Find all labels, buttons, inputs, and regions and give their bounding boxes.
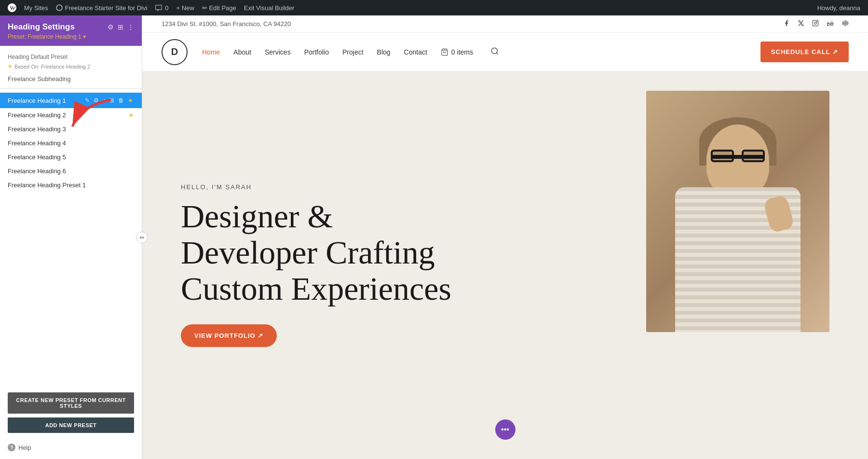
panel-header: Heading Settings Preset: Freelance Headi… (0, 15, 142, 46)
preset-item-6-name: Freelance Heading 6 (8, 167, 134, 175)
hero-image (646, 91, 829, 332)
cart-count: 0 items (451, 48, 473, 56)
based-on-text: Based On: Freelance Heading 2 (14, 64, 90, 70)
site-address: 1234 Divi St. #1000, San Francisco, CA 9… (162, 20, 291, 28)
nav-cart[interactable]: 0 items (441, 48, 473, 56)
nav-blog[interactable]: Blog (377, 48, 391, 56)
hero-subtitle: HELLO, I'M SARAH (181, 183, 470, 191)
search-icon[interactable] (490, 47, 499, 57)
schedule-call-button[interactable]: SCHEDULE CALL ↗ (760, 42, 849, 62)
preset-item-4[interactable]: Freelance Heading 4 (0, 136, 142, 150)
behance-icon[interactable] (827, 20, 834, 28)
nav-portfolio[interactable]: Portfolio (304, 48, 329, 56)
default-preset-label: Heading Default Preset (0, 50, 142, 62)
left-panel: Heading Settings Preset: Freelance Headi… (0, 15, 142, 459)
svg-point-14 (491, 48, 497, 54)
site-name-item[interactable]: Freelance Starter Site for Divi (52, 0, 151, 15)
preset-item-4-name: Freelance Heading 4 (8, 139, 134, 147)
site-header: D Home About Services Portfolio Project … (142, 33, 868, 71)
site-nav: Home About Services Portfolio Project Bl… (202, 47, 760, 57)
nav-services[interactable]: Services (265, 48, 291, 56)
svg-point-4 (817, 21, 817, 22)
panel-buttons: CREATE NEW PRESET FROM CURRENT STYLES AD… (0, 387, 142, 439)
preset-item-1-name: Freelance Heading 1 (8, 97, 84, 104)
edit-page-label: ✏ Edit Page (202, 4, 236, 12)
preset-item-2[interactable]: Freelance Heading 2 ★ (0, 108, 142, 122)
star-icon: ★ (8, 63, 13, 70)
comments-item[interactable]: 0 (151, 0, 172, 15)
preset-item-1-icons: ✎ ⚙ ↑ ⊞ 🗑 ★ (84, 96, 134, 105)
my-sites-label: My Sites (24, 4, 48, 12)
preset-item-5-name: Freelance Heading 5 (8, 153, 134, 161)
divider (0, 88, 142, 89)
preset-item-1[interactable]: Freelance Heading 1 ✎ ⚙ ↑ ⊞ 🗑 ★ (0, 93, 142, 108)
view-portfolio-button[interactable]: VIEW PORTFOLIO ↗ (181, 324, 277, 347)
wp-logo[interactable] (4, 0, 20, 15)
svg-point-3 (814, 22, 817, 25)
social-icons (783, 20, 849, 28)
instagram-icon[interactable] (812, 20, 819, 28)
preset-item-3[interactable]: Freelance Heading 3 (0, 122, 142, 136)
add-preset-button[interactable]: ADD NEW PRESET (8, 417, 134, 433)
preset-text: Preset: Freelance Heading 1 ▾ (8, 33, 86, 40)
new-label: + New (176, 4, 194, 12)
exit-builder-label: Exit Visual Builder (244, 4, 295, 12)
edit-icon[interactable]: ✎ (84, 96, 91, 105)
settings-icon[interactable]: ⚙ (93, 96, 100, 105)
panel-title: Heading Settings (8, 22, 86, 32)
hero-text: HELLO, I'M SARAH Designer & Developer Cr… (181, 183, 470, 347)
preset-item-7[interactable]: Freelance Heading Preset 1 (0, 178, 142, 192)
dots-menu-button[interactable]: ••• (495, 419, 515, 440)
based-on-label: ★ Based On: Freelance Heading 2 (0, 62, 142, 73)
main-container: Heading Settings Preset: Freelance Headi… (0, 15, 868, 459)
edit-page-item[interactable]: ✏ Edit Page (198, 0, 240, 15)
nav-contact[interactable]: Contact (404, 48, 427, 56)
codepen-icon[interactable] (842, 20, 849, 28)
grid-icon[interactable]: ⊞ (118, 23, 123, 31)
svg-line-15 (496, 53, 498, 54)
help-icon: ? (8, 444, 15, 451)
copy-icon[interactable]: ⊞ (108, 96, 115, 105)
comment-count: 0 (165, 4, 168, 12)
preset-item-5[interactable]: Freelance Heading 5 (0, 150, 142, 164)
facebook-icon[interactable] (783, 20, 790, 28)
twitter-icon[interactable] (798, 20, 804, 28)
exit-builder-item[interactable]: Exit Visual Builder (240, 0, 298, 15)
upload-icon[interactable]: ↑ (102, 96, 107, 105)
preset-dropdown: Heading Default Preset ★ Based On: Freel… (0, 46, 142, 387)
preset-item-2-name: Freelance Heading 2 (8, 111, 128, 119)
svg-rect-2 (813, 20, 818, 26)
panel-header-icons: ⚙ ⊞ ⋮ (108, 23, 134, 31)
site-name-label: Freelance Starter Site for Divi (65, 4, 148, 12)
nav-project[interactable]: Project (342, 48, 364, 56)
resize-handle[interactable]: ⇔ (136, 232, 148, 243)
howdy-label: Howdy, deanna (817, 4, 860, 12)
help-link[interactable]: ? Help (0, 439, 142, 459)
howdy-section: Howdy, deanna (814, 4, 864, 12)
help-label: Help (18, 444, 31, 451)
preset-label[interactable]: Preset: Freelance Heading 1 ▾ (8, 33, 86, 40)
preset-item-2-star[interactable]: ★ (128, 111, 134, 119)
wp-admin-bar: My Sites Freelance Starter Site for Divi… (0, 0, 868, 15)
site-logo: D (162, 39, 188, 65)
hero-section: HELLO, I'M SARAH Designer & Developer Cr… (142, 71, 868, 459)
create-preset-button[interactable]: CREATE NEW PRESET FROM CURRENT STYLES (8, 392, 134, 414)
settings-icon[interactable]: ⚙ (108, 23, 114, 31)
hero-title: Designer & Developer Crafting Custom Exp… (181, 198, 470, 306)
star-icon[interactable]: ★ (127, 96, 134, 105)
site-topbar: 1234 Divi St. #1000, San Francisco, CA 9… (142, 15, 868, 33)
preset-item-6[interactable]: Freelance Heading 6 (0, 164, 142, 178)
delete-icon[interactable]: 🗑 (117, 96, 125, 105)
nav-home[interactable]: Home (202, 48, 220, 56)
more-icon[interactable]: ⋮ (127, 23, 134, 31)
hero-photo (646, 91, 829, 332)
site-content: 1234 Divi St. #1000, San Francisco, CA 9… (142, 15, 868, 459)
new-item[interactable]: + New (173, 0, 198, 15)
subheading-item[interactable]: Freelance Subheading (0, 73, 142, 84)
panel-header-left: Heading Settings Preset: Freelance Headi… (8, 22, 86, 40)
my-sites-menu[interactable]: My Sites (20, 0, 52, 15)
nav-about[interactable]: About (233, 48, 251, 56)
preset-item-7-name: Freelance Heading Preset 1 (8, 181, 134, 189)
dots-icon: ••• (501, 425, 509, 434)
preset-item-3-name: Freelance Heading 3 (8, 125, 134, 133)
